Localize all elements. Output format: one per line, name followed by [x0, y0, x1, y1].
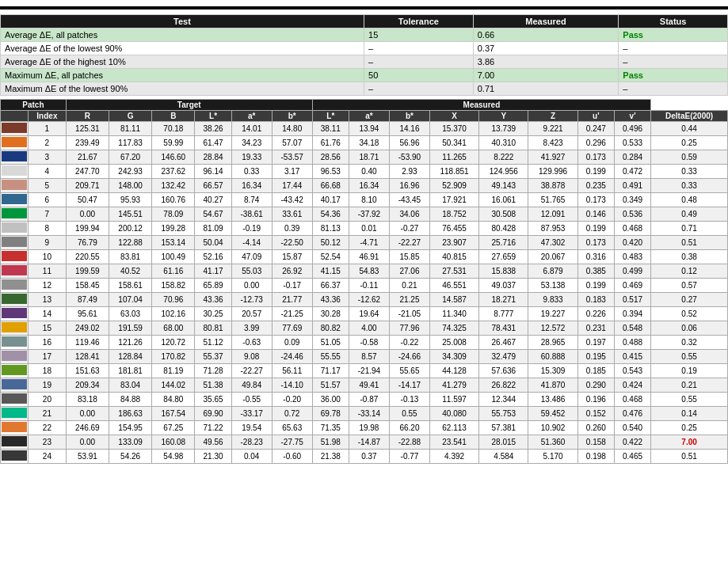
- patch-cell: 47.09: [231, 250, 272, 264]
- general-tolerance: 50: [364, 69, 474, 82]
- patch-swatch-cell: [1, 179, 29, 193]
- patch-cell: 41.17: [195, 264, 231, 279]
- patch-cell: 49.037: [479, 279, 528, 293]
- patch-cell: 246.69: [66, 421, 109, 435]
- patch-cell: 55.65: [389, 364, 429, 378]
- general-row: Maximum ΔE of the lowest 90%–0.71–: [1, 82, 728, 96]
- patch-cell: 239.49: [66, 136, 109, 150]
- patch-cell: 19.64: [349, 307, 389, 321]
- patch-cell: 10: [29, 250, 67, 264]
- patch-cell: 18.71: [349, 150, 389, 165]
- patch-row: 4247.70242.93237.6296.140.333.1796.530.4…: [1, 165, 728, 179]
- patch-cell: 3: [29, 150, 67, 165]
- patch-cell: 24: [29, 450, 67, 464]
- patch-cell: 81.11: [109, 122, 152, 136]
- patch-cell: 118.851: [429, 165, 478, 179]
- general-tolerance: –: [364, 55, 474, 69]
- patch-sub-header: R: [66, 111, 109, 122]
- patch-cell: 1: [29, 122, 67, 136]
- patch-cell: 0.55: [651, 393, 728, 407]
- color-swatch: [2, 180, 27, 190]
- patch-cell: 51.05: [312, 336, 349, 350]
- patch-cell: 3.99: [231, 321, 272, 336]
- patch-cell: 5: [29, 179, 67, 193]
- general-row: Average ΔE of the lowest 90%–0.37–: [1, 42, 728, 55]
- patch-cell: 13.94: [349, 122, 389, 136]
- patch-cell: 11: [29, 264, 67, 279]
- patch-row: 2453.9154.2654.9821.300.04-0.6021.380.37…: [1, 450, 728, 464]
- target-group-header: Target: [66, 100, 312, 111]
- patch-cell: 16.34: [349, 179, 389, 193]
- patch-cell: 151.63: [66, 364, 109, 378]
- patch-sub-header: L*: [312, 111, 349, 122]
- patch-cell: 148.00: [109, 179, 152, 193]
- patch-cell: 14.01: [231, 122, 272, 136]
- general-row: Maximum ΔE, all patches507.00Pass: [1, 69, 728, 82]
- patch-cell: 22: [29, 421, 67, 435]
- patch-cell: 83.18: [66, 393, 109, 407]
- patch-cell: 83.04: [109, 378, 152, 393]
- patch-swatch-cell: [1, 393, 29, 407]
- patch-cell: 0.517: [614, 293, 650, 307]
- patch-cell: 19.227: [528, 307, 577, 321]
- patch-cell: -0.22: [389, 336, 429, 350]
- color-swatch: [2, 408, 27, 418]
- patch-cell: 28.56: [312, 150, 349, 165]
- patch-cell: -14.17: [389, 378, 429, 393]
- patch-cell: 15.85: [389, 250, 429, 264]
- patch-cell: 158.61: [109, 279, 152, 293]
- patch-cell: 18.752: [429, 207, 478, 222]
- patch-cell: 95.93: [109, 193, 152, 207]
- patch-cell: 11.597: [429, 393, 478, 407]
- patch-cell: 20.57: [231, 307, 272, 321]
- patch-cell: 0.146: [577, 207, 614, 222]
- patch-cell: 43.36: [195, 293, 231, 307]
- patch-cell: 21.30: [195, 450, 231, 464]
- patch-cell: 12.572: [528, 321, 577, 336]
- patch-cell: 38.11: [312, 122, 349, 136]
- patch-cell: 11.265: [429, 150, 478, 165]
- patch-cell: 0.33: [651, 179, 728, 193]
- col-tolerance: Tolerance: [364, 15, 474, 28]
- patch-cell: 0.349: [614, 193, 650, 207]
- patch-swatch-cell: [1, 336, 29, 350]
- patch-cell: 158.82: [152, 279, 195, 293]
- color-swatch: [2, 351, 27, 361]
- color-swatch: [2, 436, 27, 446]
- patch-cell: -21.94: [349, 364, 389, 378]
- patch-cell: 54.98: [152, 450, 195, 464]
- patch-cell: 74.325: [429, 321, 478, 336]
- patch-cell: 0.394: [614, 307, 650, 321]
- patch-sub-header: Z: [528, 111, 577, 122]
- patch-swatch-cell: [1, 136, 29, 150]
- patch-cell: 0.199: [577, 279, 614, 293]
- patch-cell: -12.62: [349, 293, 389, 307]
- patch-cell: 0.21: [389, 279, 429, 293]
- patch-cell: 14.80: [272, 122, 312, 136]
- patch-cell: 80.81: [195, 321, 231, 336]
- patch-cell: -28.23: [231, 435, 272, 450]
- patch-cell: 51.360: [528, 435, 577, 450]
- patch-cell: 133.09: [109, 435, 152, 450]
- patch-swatch-cell: [1, 207, 29, 222]
- patch-cell: 145.51: [109, 207, 152, 222]
- patch-cell: 35.65: [195, 393, 231, 407]
- patch-cell: 80.428: [479, 222, 528, 236]
- patch-cell: 6: [29, 193, 67, 207]
- patch-cell: 20: [29, 393, 67, 407]
- patch-cell: 26.92: [272, 264, 312, 279]
- patch-cell: -21.05: [389, 307, 429, 321]
- patch-cell: 27.659: [479, 250, 528, 264]
- patch-cell: 41.15: [312, 264, 349, 279]
- patch-cell: 96.14: [195, 165, 231, 179]
- patch-cell: 13.486: [528, 393, 577, 407]
- patch-cell: 0.173: [577, 193, 614, 207]
- patch-cell: 0.48: [651, 193, 728, 207]
- color-swatch: [2, 151, 27, 161]
- patch-cell: 0.183: [577, 293, 614, 307]
- patch-cell: 0.420: [614, 236, 650, 250]
- patch-sub-header: [1, 111, 29, 122]
- patch-cell: 17.44: [272, 179, 312, 193]
- patch-cell: -43.45: [389, 193, 429, 207]
- patch-cell: 0.55: [651, 350, 728, 364]
